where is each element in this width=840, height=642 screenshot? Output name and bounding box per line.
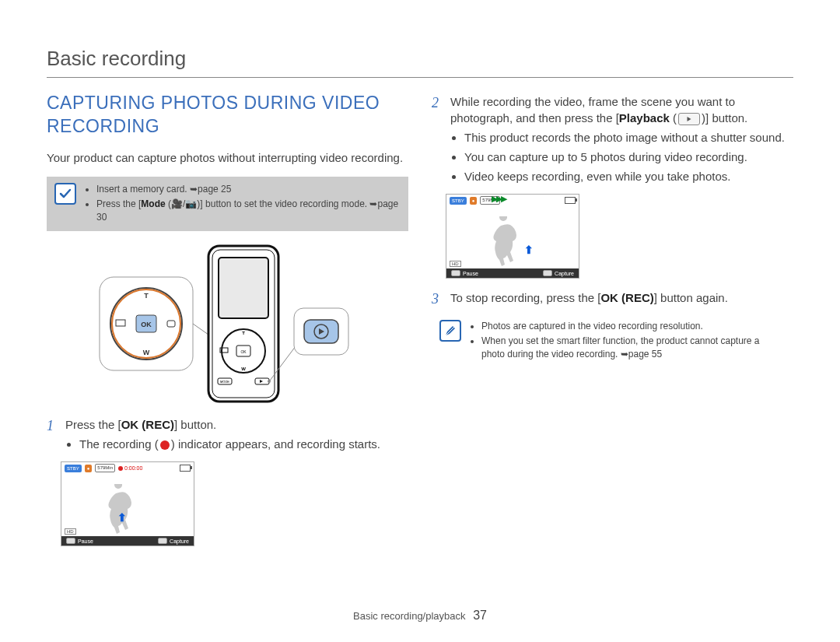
end-note-item-1: Photos are captured in the video recordi… [481,320,784,333]
intro-text: Your product can capture photos without … [47,150,408,166]
prerequisite-note: Insert a memory card. ➥page 25 Press the… [47,177,408,231]
svg-text:T: T [144,292,149,300]
check-icon [54,183,76,205]
rec-badge-icon: ● [470,197,478,205]
step-1: 1 Press the [OK (REC)] button. The recor… [47,416,408,455]
left-column: CAPTURING PHOTOS DURING VIDEO RECORDING … [47,89,408,557]
step-3-number: 3 [432,289,443,309]
pause-label: Pause [451,270,478,276]
right-column: 2 While recording the video, frame the s… [432,89,793,557]
header-rule [47,77,793,78]
svg-text:W: W [142,349,149,356]
step-2-number: 2 [432,93,443,188]
svg-rect-13 [219,258,268,318]
section-heading: CAPTURING PHOTOS DURING VIDEO RECORDING [47,92,408,139]
footer-label: Basic recording/playback [353,610,466,622]
page-footer: Basic recording/playback 37 [0,609,840,623]
device-illustration: OK T W OK T W [47,242,408,409]
pause-label: Pause [66,538,93,544]
figure-silhouette [489,216,520,267]
rec-badge-icon: ● [85,465,93,472]
stby-badge: STBY [65,465,82,472]
svg-point-24 [268,380,271,383]
end-note: Photos are captured in the video recordi… [432,314,793,368]
step-3-text: To stop recording, press the [OK (REC)] … [450,289,793,306]
step-2-bullet-3: Video keeps recording, even while you ta… [464,168,793,184]
page-header: Basic recording [47,47,793,71]
figure-silhouette [104,484,135,535]
hd-badge: HD [450,261,461,267]
rec-time: 0:00:00 [118,465,142,471]
prereq-item-1: Insert a memory card. ➥page 25 [96,183,399,196]
step-1-text: Press the [OK (REC)] button. [65,416,408,433]
step-1-number: 1 [47,416,58,455]
step-2-bullet-1: This product records the photo image wit… [464,129,793,146]
battery-icon [180,465,191,472]
capture-label: Capture [543,270,574,276]
svg-text:MODE: MODE [220,380,229,384]
arrow-up-icon: ⬆ [524,244,534,256]
step-1-bullet: The recording () indicator appears, and … [79,436,408,452]
time-remaining: 579Min [95,464,115,472]
step-2-text: While recording the video, frame the sce… [450,93,793,126]
svg-text:OK: OK [240,349,247,354]
arrow-up-icon: ⬆ [117,511,127,524]
svg-text:W: W [241,367,246,371]
svg-text:OK: OK [141,321,152,328]
battery-icon [565,197,576,204]
step-2-bullet-2: You can capture up to 5 photos during vi… [464,149,793,165]
svg-text:T: T [242,331,245,335]
stby-badge: STBY [450,197,467,205]
record-indicator-icon [160,440,170,450]
svg-line-28 [446,326,455,335]
step-2: 2 While recording the video, frame the s… [432,93,793,188]
capture-label: Capture [158,538,189,544]
prereq-item-2: Press the [Mode (🎥/📷)] button to set the… [96,198,399,224]
step-3: 3 To stop recording, press the [OK (REC)… [432,289,793,309]
end-note-item-2: When you set the smart filter function, … [481,335,784,361]
lcd-screenshot-2: STBY ● 579Min ▶▶▶ ⬆ HD Pause Capture [446,194,579,279]
lcd-screenshot-1: STBY ● 579Min 0:00:00 ⬆ HD Pause Capt [61,461,194,546]
page-number: 37 [473,609,487,622]
hd-badge: HD [65,528,76,535]
pencil-note-icon [439,320,461,342]
playback-icon [678,113,700,125]
fast-forward-icon: ▶▶▶ [492,194,506,204]
